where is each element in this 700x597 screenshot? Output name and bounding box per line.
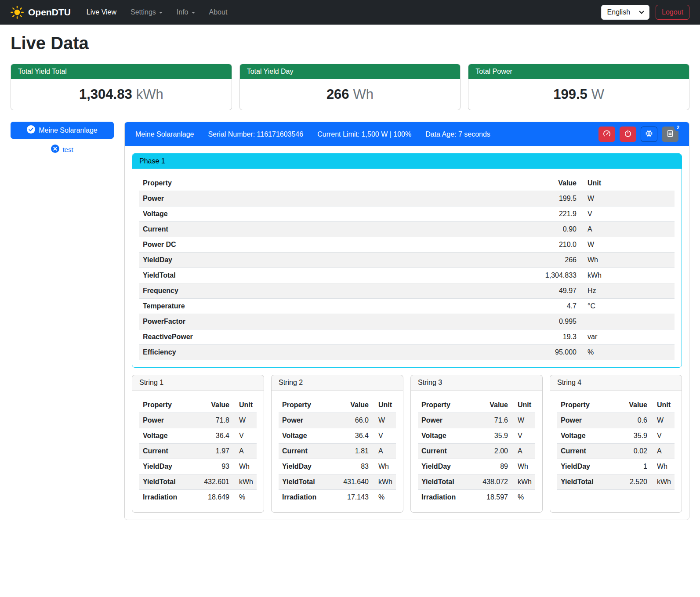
property-cell: Voltage xyxy=(279,428,334,444)
property-cell: Current xyxy=(139,444,195,459)
value-cell: 266 xyxy=(519,253,580,268)
limit-settings-button[interactable] xyxy=(598,127,615,142)
property-cell: Current xyxy=(279,444,334,459)
unit-cell: A xyxy=(233,444,257,459)
nav-item-label: Live View xyxy=(87,8,116,16)
brand-name: OpenDTU xyxy=(28,7,71,18)
property-cell: ReactivePower xyxy=(139,329,519,345)
unit-cell: Wh xyxy=(580,253,675,268)
chevron-down-icon xyxy=(639,9,644,14)
table-row: PowerFactor 0.995 xyxy=(139,314,675,329)
nav-item-about[interactable]: About xyxy=(202,5,235,20)
property-cell: YieldDay xyxy=(139,253,519,268)
inverter-actions: 2 xyxy=(598,127,678,142)
unit-cell: W xyxy=(651,413,675,428)
value-cell: 89 xyxy=(474,459,511,474)
value-cell: 2.520 xyxy=(613,474,651,490)
power-toggle-button[interactable] xyxy=(620,127,636,142)
property-cell: Current xyxy=(139,222,519,237)
nav-item-label: Settings xyxy=(131,8,156,16)
property-cell: Frequency xyxy=(139,283,519,299)
summary-card-unit: Wh xyxy=(353,87,374,102)
column-header-unit: Unit xyxy=(372,398,396,413)
device-info-button[interactable] xyxy=(641,127,657,142)
unit-cell: kWh xyxy=(511,474,535,490)
nav-item-info[interactable]: Info xyxy=(170,5,202,20)
value-cell: 36.4 xyxy=(334,428,372,444)
column-header-value: Value xyxy=(334,398,372,413)
logout-button[interactable]: Logout xyxy=(656,5,689,20)
power-icon xyxy=(624,130,632,139)
navbar-right: English Logout xyxy=(601,5,689,20)
column-header-unit: Unit xyxy=(233,398,257,413)
property-cell: Temperature xyxy=(139,299,519,314)
unit-cell: V xyxy=(233,428,257,444)
table-row: YieldDay 266 Wh xyxy=(139,253,675,268)
summary-card-unit: W xyxy=(591,87,604,102)
sidebar-item-test-label: test xyxy=(62,146,73,153)
value-cell: 93 xyxy=(195,459,233,474)
value-cell: 0.995 xyxy=(519,314,580,329)
table-row: Efficiency 95.000 % xyxy=(139,345,675,360)
table-header-row: Property Value Unit xyxy=(139,176,675,191)
inverter-data-age: Data Age: 7 seconds xyxy=(425,130,490,138)
value-cell: 66.0 xyxy=(334,413,372,428)
table-row: YieldDay 93 Wh xyxy=(139,459,257,474)
unit-cell: A xyxy=(372,444,396,459)
x-circle-icon xyxy=(51,145,59,154)
event-log-button[interactable]: 2 xyxy=(662,127,678,142)
summary-card-value: 199.5 xyxy=(553,87,588,102)
string-table: Property Value Unit Power xyxy=(139,398,257,505)
property-cell: Power xyxy=(279,413,334,428)
check-circle-icon xyxy=(27,125,35,135)
dropdown-caret-icon xyxy=(192,12,195,14)
nav-item-live-view[interactable]: Live View xyxy=(80,5,123,20)
column-header-unit: Unit xyxy=(511,398,535,413)
column-header-property: Property xyxy=(139,398,195,413)
column-header-property: Property xyxy=(139,176,519,191)
string-card-title: String 2 xyxy=(272,375,403,391)
unit-cell: W xyxy=(580,237,675,253)
property-cell: YieldTotal xyxy=(279,474,334,490)
string-card: String 4 Property Value Unit xyxy=(550,375,682,513)
phase-card-title: Phase 1 xyxy=(132,154,682,169)
string-card: String 3 Property Value Unit xyxy=(410,375,543,513)
property-cell: Power DC xyxy=(139,237,519,253)
inverter-sidebar: Meine Solaranlage test xyxy=(11,122,114,154)
table-row: Irradiation 18.597 % xyxy=(418,490,535,505)
string-card-title: String 4 xyxy=(550,375,682,391)
string-table: Property Value Unit Power xyxy=(279,398,396,505)
property-cell: Irradiation xyxy=(279,490,334,505)
summary-card-title: Total Power xyxy=(468,64,689,79)
inverter-current-limit: Current Limit: 1,500 W | 100% xyxy=(317,130,411,138)
unit-cell: Wh xyxy=(651,459,675,474)
summary-card-unit: kWh xyxy=(136,87,163,102)
language-select[interactable]: English xyxy=(601,5,649,20)
summary-card-title: Total Yield Day xyxy=(240,64,461,79)
property-cell: Power xyxy=(139,413,195,428)
nav-links: Live View Settings Info About xyxy=(80,5,235,20)
table-row: Current 1.81 A xyxy=(279,444,396,459)
value-cell: 18.649 xyxy=(195,490,233,505)
strings-row: String 1 Property Value Unit xyxy=(132,375,682,513)
value-cell: 36.4 xyxy=(195,428,233,444)
table-header-row: Property Value Unit xyxy=(557,398,675,413)
table-row: YieldTotal 438.072 kWh xyxy=(418,474,535,490)
summary-card-value: 266 xyxy=(326,87,349,102)
table-row: YieldTotal 1,304.833 kWh xyxy=(139,268,675,283)
nav-item-settings[interactable]: Settings xyxy=(123,5,170,20)
value-cell: 210.0 xyxy=(519,237,580,253)
value-cell: 199.5 xyxy=(519,191,580,206)
sidebar-item-test[interactable]: test xyxy=(11,145,114,154)
inverter-panel: Meine Solaranlage Serial Number: 1161716… xyxy=(124,122,689,520)
property-cell: Irradiation xyxy=(418,490,474,505)
table-row: Voltage 221.9 V xyxy=(139,206,675,222)
unit-cell: V xyxy=(580,206,675,222)
inverter-select-button[interactable]: Meine Solaranlage xyxy=(11,122,114,139)
property-cell: PowerFactor xyxy=(139,314,519,329)
unit-cell: % xyxy=(580,345,675,360)
table-row: Voltage 36.4 V xyxy=(279,428,396,444)
table-row: Current 2.00 A xyxy=(418,444,535,459)
table-row: YieldTotal 2.520 kWh xyxy=(557,474,675,490)
inverter-serial: Serial Number: 116171603546 xyxy=(208,130,303,138)
